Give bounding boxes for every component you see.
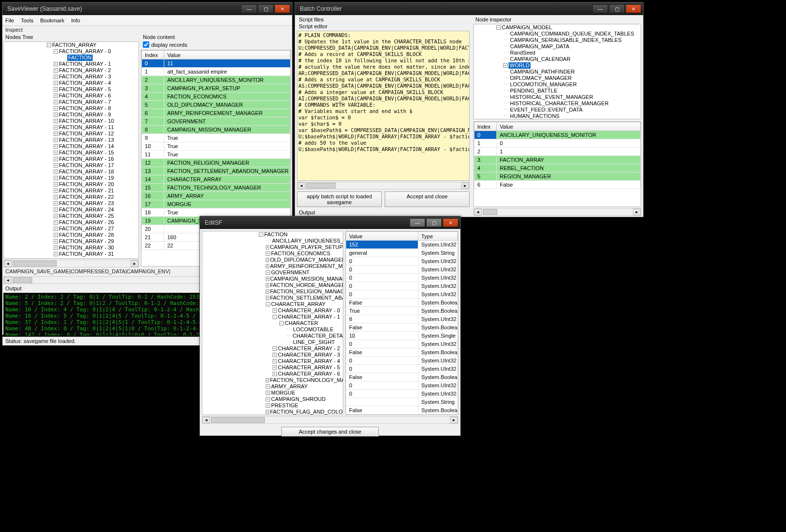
- expander-icon[interactable]: +: [54, 201, 58, 206]
- maximize-button[interactable]: ▢: [426, 218, 442, 227]
- table-row[interactable]: 5REGION_MANAGER: [474, 172, 641, 181]
- table-row[interactable]: 0System.UInt32: [346, 357, 458, 365]
- tree-node[interactable]: FACTION_ARRAY - 9: [59, 112, 111, 118]
- expander-icon[interactable]: −: [47, 43, 51, 47]
- table-row[interactable]: 0System.UInt32: [346, 290, 458, 299]
- tree-node[interactable]: HISTORICAL_CHARACTER_MANAGER: [510, 100, 609, 107]
- titlebar[interactable]: SaveViewer (Sassanid.save) — ▢ ✕: [2, 2, 292, 15]
- table-row[interactable]: 12FACTION_RELIGION_MANAGER: [142, 159, 291, 167]
- tree-node[interactable]: CAMPAIGN_MAP_DATA: [510, 43, 570, 50]
- tree-node[interactable]: FACTION_ARRAY - 0: [59, 48, 111, 55]
- expander-icon[interactable]: +: [503, 63, 508, 68]
- tree-node[interactable]: CAMPAIGN_PATHFINDER: [510, 69, 575, 75]
- menu-tools[interactable]: Tools: [21, 18, 34, 23]
- expander-icon[interactable]: −: [54, 49, 58, 54]
- tree-node[interactable]: CHARACTER_ARRAY - 0: [278, 307, 340, 314]
- tree-node[interactable]: CAMPAIGN_SHROUD: [271, 396, 326, 402]
- expander-icon[interactable]: +: [54, 189, 58, 193]
- table-row[interactable]: FalseSystem.Boolean: [346, 323, 458, 332]
- expander-icon[interactable]: +: [266, 258, 269, 262]
- tree-node[interactable]: HUMAN_FACTIONS: [510, 113, 559, 119]
- expander-icon[interactable]: +: [54, 170, 58, 174]
- expander-icon[interactable]: +: [266, 245, 269, 249]
- expander-icon[interactable]: +: [266, 384, 270, 389]
- tree-node[interactable]: FACTION_ARRAY - 30: [59, 245, 114, 251]
- table-row[interactable]: 2ANCILLARY_UNIQUENESS_MONITOR: [142, 76, 291, 84]
- expander-icon[interactable]: +: [54, 119, 58, 123]
- table-row[interactable]: 8CAMPAIGN_MISSION_MANAGER: [142, 126, 291, 134]
- expander-icon[interactable]: +: [273, 346, 277, 351]
- tree-node[interactable]: FACTION_ARRAY - 22: [59, 194, 114, 200]
- tree-node[interactable]: FACTION_RELIGION_MANAGER: [270, 288, 343, 295]
- tree-node[interactable]: FACTION_TECHNOLOGY_MANA: [270, 377, 343, 383]
- tree-node[interactable]: FACTION_ARRAY - 25: [59, 213, 114, 219]
- accept-changes-button[interactable]: Accept changes and close: [281, 427, 379, 437]
- table-row[interactable]: FalseSystem.Boolean: [346, 299, 458, 307]
- tree-node[interactable]: FACTION_ARRAY - 18: [59, 169, 114, 175]
- inspector-tree[interactable]: −CAMPAIGN_MODEL⋯CAMPAIGN_COMMAND_QUEUE_I…: [473, 24, 641, 119]
- close-button[interactable]: ✕: [626, 4, 641, 13]
- expander-icon[interactable]: +: [54, 132, 58, 136]
- tree-node[interactable]: FACTION_ARRAY - 17: [59, 162, 114, 169]
- expander-icon[interactable]: +: [54, 176, 58, 180]
- tree-node-selected[interactable]: WORLD: [509, 62, 531, 69]
- expander-icon[interactable]: +: [54, 208, 58, 212]
- tree-node[interactable]: LINE_OF_SIGHT: [293, 339, 335, 345]
- table-row[interactable]: 0System.UInt32: [346, 274, 458, 282]
- tree-node[interactable]: FACTION_HORDE_MANAGER: [270, 282, 343, 288]
- expander-icon[interactable]: +: [273, 308, 277, 313]
- expander-icon[interactable]: +: [54, 182, 58, 187]
- col-index[interactable]: Index: [142, 51, 164, 59]
- table-row[interactable]: FalseSystem.Boolean: [346, 406, 458, 415]
- tree-node[interactable]: CHARACTER_ARRAY - 4: [278, 358, 340, 364]
- tree-node[interactable]: FACTION_SETTLEMENT_ABAN: [270, 295, 343, 301]
- tree-node[interactable]: FACTION_ARRAY - 19: [59, 175, 114, 181]
- table-row[interactable]: 1att_fact_sassanid empire: [142, 68, 291, 76]
- table-row[interactable]: 0System.UInt32: [346, 266, 458, 274]
- tree-node-selected[interactable]: FACTION: [67, 55, 93, 61]
- inspector-table[interactable]: Index Value 0ANCILLARY_UNIQUENESS_MONITO…: [474, 122, 641, 189]
- tree-hscroll[interactable]: ◄►: [3, 260, 139, 267]
- tree-node[interactable]: FACTION_ARRAY - 14: [59, 143, 114, 150]
- tree-node[interactable]: FACTION_ARRAY - 16: [59, 156, 114, 162]
- table-row[interactable]: 11True: [142, 151, 291, 159]
- tree-node[interactable]: LOCOMOTABLE: [293, 326, 334, 333]
- table-row[interactable]: System.String: [346, 398, 458, 406]
- table-row[interactable]: 0System.UInt32: [346, 381, 458, 390]
- tree-node[interactable]: EVENT_FEED::EVENT_DATA: [510, 107, 583, 113]
- tree-node[interactable]: FACTION_ARRAY - 27: [59, 226, 114, 232]
- table-row[interactable]: FalseSystem.Boolean: [346, 373, 458, 381]
- tree-node[interactable]: CAMPAIGN_SERIALISABLE_INDEX_TABLES: [510, 37, 622, 43]
- tree-node[interactable]: OLD_DIPLOMACY_MANAGER: [270, 257, 343, 263]
- table-row[interactable]: 21: [474, 148, 641, 156]
- tree-node[interactable]: PENDING_BATTLE: [510, 88, 557, 94]
- expander-icon[interactable]: +: [266, 283, 269, 287]
- table-row[interactable]: 152System.UInt32: [346, 241, 458, 249]
- tree-node[interactable]: ARMY_REINFORCEMENT_MAN: [270, 263, 343, 269]
- tree-node[interactable]: CAMPAIGN_MISSION_MANAGE: [270, 276, 343, 282]
- col-value[interactable]: Value: [346, 232, 418, 241]
- close-button[interactable]: ✕: [275, 4, 290, 13]
- col-type[interactable]: Type: [418, 232, 458, 241]
- tree-node[interactable]: CAMPAIGN_COMMAND_QUEUE_INDEX_TABLES: [510, 31, 634, 37]
- menu-info[interactable]: Info: [71, 18, 80, 23]
- expander-icon[interactable]: +: [273, 359, 277, 363]
- expander-icon[interactable]: +: [54, 246, 58, 250]
- minimize-button[interactable]: —: [241, 4, 257, 13]
- table-row[interactable]: 14CHARACTER_ARRAY: [142, 175, 291, 184]
- expander-icon[interactable]: +: [266, 391, 270, 395]
- expander-icon[interactable]: +: [54, 220, 58, 225]
- tree-node[interactable]: CAMPAIGN_CALENDAR: [510, 56, 570, 62]
- table-row[interactable]: 3FACTION_ARRAY: [474, 156, 641, 164]
- table-row[interactable]: 011: [142, 59, 291, 68]
- expander-icon[interactable]: +: [266, 264, 269, 268]
- col-value[interactable]: Value: [164, 51, 291, 59]
- expander-icon[interactable]: +: [54, 144, 58, 149]
- expander-icon[interactable]: +: [54, 106, 58, 111]
- tree-node[interactable]: ANCILLARY_UNIQUENESS_MO: [272, 238, 343, 244]
- tree-node[interactable]: FACTION_ARRAY - 13: [59, 137, 114, 143]
- table-row[interactable]: 4FACTION_ECONOMICS: [142, 93, 291, 101]
- table-row[interactable]: 6ARMY_REINFORCEMENT_MANAGER: [142, 109, 291, 117]
- tree-node[interactable]: CAMPAIGN_PLAYER_SETUP: [270, 244, 343, 250]
- table-row[interactable]: 0System.UInt32: [346, 257, 458, 266]
